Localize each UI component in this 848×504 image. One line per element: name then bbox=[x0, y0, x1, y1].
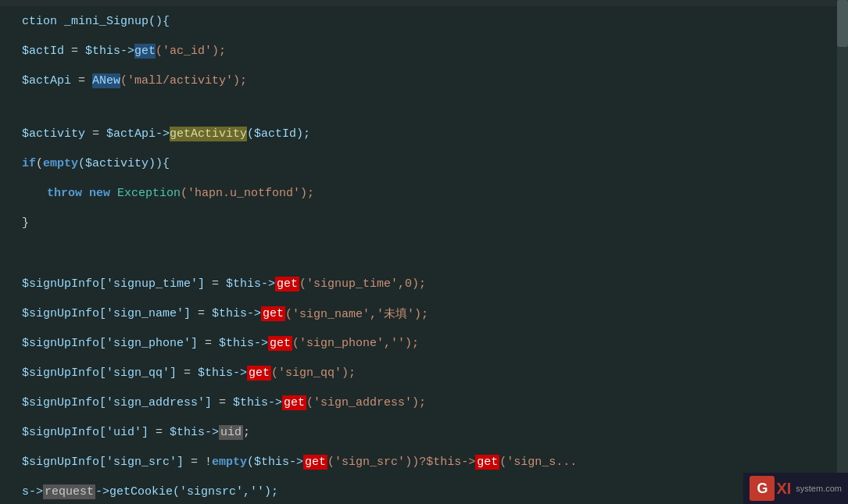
code-text: Exception bbox=[117, 187, 181, 200]
code-text: ->getCookie('signsrc',''); bbox=[95, 485, 278, 499]
code-text: getActivity bbox=[170, 127, 247, 141]
code-line-empty bbox=[0, 95, 848, 119]
code-text: ; bbox=[243, 426, 250, 439]
code-text: ('ac_id'); bbox=[156, 45, 226, 58]
code-text: ('signup_time',0); bbox=[299, 277, 426, 291]
code-text: $signUpInfo['sign_name'] bbox=[22, 307, 198, 320]
code-text: if bbox=[22, 157, 36, 170]
code-text: ('sign_phone',''); bbox=[292, 337, 419, 350]
code-text: ($activity)){ bbox=[78, 157, 170, 170]
code-text: ('mall/activity'); bbox=[120, 74, 247, 88]
watermark: G XI system.com bbox=[743, 473, 848, 504]
code-container: ction _mini_Signup(){ $actId = $this->ge… bbox=[0, 0, 848, 504]
code-line: $actApi = ANew('mall/activity'); bbox=[0, 66, 848, 95]
code-text: ('hapn.u_notfond'); bbox=[181, 187, 314, 200]
code-text: $this-> bbox=[226, 277, 275, 291]
code-text: s-> bbox=[22, 485, 43, 499]
code-text: = ! bbox=[191, 456, 212, 469]
code-text: new bbox=[89, 187, 117, 200]
code-line: ction _mini_Signup(){ bbox=[0, 6, 848, 36]
code-text: empty bbox=[43, 157, 78, 170]
code-text: get bbox=[247, 366, 271, 381]
code-text: get bbox=[268, 336, 292, 351]
code-line: } bbox=[0, 208, 848, 238]
code-text: ction _mini_Signup(){ bbox=[22, 15, 170, 28]
code-text: get bbox=[475, 455, 499, 470]
top-bar bbox=[0, 0, 848, 6]
code-text: = bbox=[92, 127, 106, 141]
code-text: $this-> bbox=[170, 426, 219, 439]
code-text: ('sign_src'))?$this-> bbox=[327, 456, 475, 469]
code-line: $signUpInfo['sign_address'] = $this->get… bbox=[0, 388, 848, 417]
code-text: ('sign_s... bbox=[499, 456, 577, 469]
watermark-logo-xi: XI bbox=[776, 480, 791, 498]
code-text: get bbox=[282, 395, 306, 410]
code-text: $signUpInfo['sign_src'] bbox=[22, 456, 191, 469]
code-text: = bbox=[71, 45, 85, 58]
code-text: $this-> bbox=[212, 307, 261, 320]
code-line: $signUpInfo['sign_qq'] = $this->get('sig… bbox=[0, 358, 848, 388]
code-text: $actId bbox=[22, 45, 71, 58]
anew-token: ANew bbox=[92, 73, 120, 88]
code-text: get bbox=[275, 277, 299, 291]
code-text: ('sign_name','未填'); bbox=[285, 306, 428, 321]
code-text: get bbox=[261, 306, 285, 321]
code-line: $signUpInfo['sign_phone'] = $this->get('… bbox=[0, 328, 848, 358]
code-line: if(empty($activity)){ bbox=[0, 148, 848, 178]
code-text: $this-> bbox=[85, 45, 134, 58]
scrollbar-thumb[interactable] bbox=[837, 0, 848, 47]
code-text: get bbox=[303, 455, 327, 470]
code-line: $signUpInfo['sign_name'] = $this->get('s… bbox=[0, 298, 848, 328]
code-text: $signUpInfo['uid'] bbox=[22, 426, 156, 439]
code-text: $signUpInfo['sign_qq'] bbox=[22, 366, 184, 380]
scrollbar[interactable] bbox=[837, 0, 848, 504]
code-line: $activity = $actApi->getActivity($actId)… bbox=[0, 119, 848, 148]
code-text: $signUpInfo['sign_phone'] bbox=[22, 337, 205, 350]
code-line: throw new Exception('hapn.u_notfond'); bbox=[0, 178, 848, 208]
code-text: = bbox=[198, 307, 212, 320]
code-text: empty bbox=[212, 456, 247, 469]
code-text: ($actId); bbox=[247, 127, 310, 141]
code-line: s->request->getCookie('signsrc',''); bbox=[0, 477, 848, 504]
code-text: throw bbox=[47, 187, 89, 200]
code-line-empty bbox=[0, 238, 848, 261]
code-text: $signUpInfo['signup_time'] bbox=[22, 277, 212, 291]
code-text: = bbox=[212, 277, 226, 291]
code-text: $this-> bbox=[198, 366, 247, 380]
code-text: $actApi-> bbox=[106, 127, 170, 141]
code-text: uid bbox=[219, 425, 243, 440]
code-line: $signUpInfo['uid'] = $this->uid; bbox=[0, 417, 848, 447]
code-text: = bbox=[78, 74, 92, 88]
code-line-empty bbox=[0, 261, 848, 269]
code-line: $signUpInfo['sign_src'] = !empty($this->… bbox=[0, 447, 848, 477]
code-line: $actId = $this->get('ac_id'); bbox=[0, 36, 848, 66]
code-text: ($this-> bbox=[247, 456, 303, 469]
code-text: $this-> bbox=[233, 396, 282, 409]
code-text: $signUpInfo['sign_address'] bbox=[22, 396, 219, 409]
code-text: ('sign_address'); bbox=[306, 396, 426, 409]
code-text: $activity bbox=[22, 127, 92, 141]
code-text: ('sign_qq'); bbox=[271, 366, 356, 380]
code-text: $actApi bbox=[22, 74, 78, 88]
code-text: request bbox=[43, 484, 95, 499]
code-text: = bbox=[156, 426, 170, 439]
code-text: = bbox=[205, 337, 219, 350]
code-text: ( bbox=[36, 157, 43, 170]
code-text: } bbox=[22, 216, 29, 230]
code-text: = bbox=[184, 366, 198, 380]
code-text: = bbox=[219, 396, 233, 409]
code-line: $signUpInfo['signup_time'] = $this->get(… bbox=[0, 269, 848, 298]
watermark-logo-g: G bbox=[750, 476, 775, 501]
code-text: $this-> bbox=[219, 337, 268, 350]
code-text: get bbox=[134, 44, 156, 59]
watermark-site: system.com bbox=[796, 484, 842, 493]
